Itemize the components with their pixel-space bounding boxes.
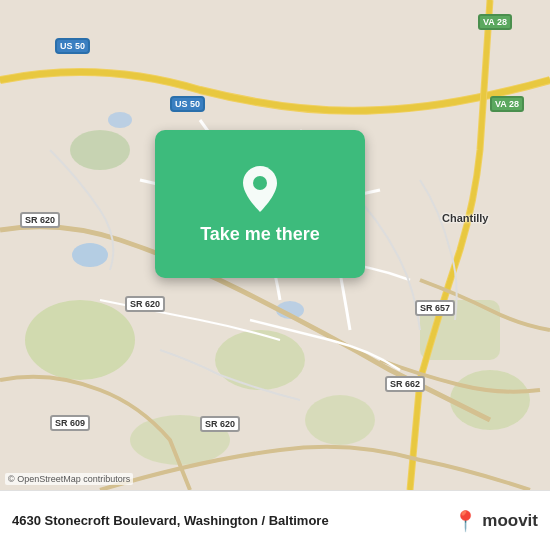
road-badge-sr620-mid: SR 620 (125, 296, 165, 312)
address-info: 4630 Stonecroft Boulevard, Washington / … (12, 513, 329, 528)
road-badge-va28-top: VA 28 (478, 14, 512, 30)
bottom-bar: 4630 Stonecroft Boulevard, Washington / … (0, 490, 550, 550)
moovit-logo: 📍 moovit (453, 509, 538, 533)
moovit-pin-icon: 📍 (453, 509, 478, 533)
svg-point-6 (450, 370, 530, 430)
svg-point-3 (305, 395, 375, 445)
road-badge-us50-top: US 50 (55, 38, 90, 54)
svg-point-11 (253, 176, 267, 190)
take-me-label: Take me there (200, 224, 320, 245)
road-badge-sr657: SR 657 (415, 300, 455, 316)
road-badge-sr620-bottom: SR 620 (200, 416, 240, 432)
svg-point-2 (215, 330, 305, 390)
take-me-button[interactable]: Take me there (155, 130, 365, 278)
road-badge-sr609: SR 609 (50, 415, 90, 431)
app: US 50 US 50 VA 28 VA 28 SR 620 SR 620 SR… (0, 0, 550, 550)
road-badge-va28-right: VA 28 (490, 96, 524, 112)
road-badge-sr620-left: SR 620 (20, 212, 60, 228)
moovit-text: moovit (482, 511, 538, 531)
map-copyright: © OpenStreetMap contributors (5, 473, 133, 485)
svg-point-1 (25, 300, 135, 380)
road-badge-sr662: SR 662 (385, 376, 425, 392)
map-area: US 50 US 50 VA 28 VA 28 SR 620 SR 620 SR… (0, 0, 550, 490)
address-text: 4630 Stonecroft Boulevard, Washington / … (12, 513, 329, 528)
road-badge-us50-mid: US 50 (170, 96, 205, 112)
svg-point-10 (108, 112, 132, 128)
svg-point-8 (72, 243, 108, 267)
location-pin-icon (235, 164, 285, 214)
chantilly-label: Chantilly (442, 212, 488, 224)
svg-point-4 (70, 130, 130, 170)
